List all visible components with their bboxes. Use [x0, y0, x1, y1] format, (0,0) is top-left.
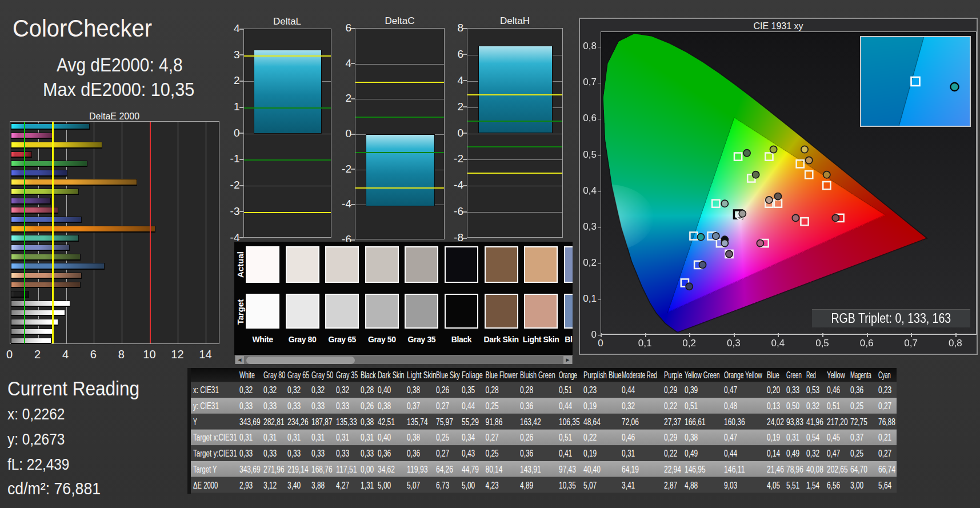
svg-text:146,11: 146,11: [724, 464, 745, 475]
svg-text:0,27: 0,27: [436, 401, 449, 411]
svg-text:Purple: Purple: [664, 370, 682, 380]
svg-text:Bluish Green: Bluish Green: [520, 370, 555, 380]
svg-text:135,33: 135,33: [336, 417, 357, 427]
svg-text:Gray 50: Gray 50: [311, 370, 333, 380]
svg-text:0,38: 0,38: [407, 432, 420, 443]
svg-text:0,23: 0,23: [878, 385, 891, 395]
svg-text:343,69: 343,69: [239, 464, 261, 475]
svg-text:0,22: 0,22: [583, 432, 597, 443]
svg-text:64,26: 64,26: [436, 464, 453, 475]
svg-text:White: White: [239, 370, 255, 380]
svg-text:0,46: 0,46: [622, 432, 635, 443]
svg-text:41,96: 41,96: [806, 417, 823, 427]
svg-text:0,54: 0,54: [806, 432, 819, 443]
svg-text:0,25: 0,25: [850, 448, 863, 459]
svg-text:1,31: 1,31: [361, 480, 374, 491]
svg-text:0,51: 0,51: [559, 432, 572, 443]
svg-text:Gray 35: Gray 35: [336, 370, 358, 380]
svg-text:Target y:CIE31: Target y:CIE31: [193, 448, 237, 459]
svg-text:166,61: 166,61: [685, 417, 706, 427]
svg-text:Yellow: Yellow: [827, 370, 845, 380]
svg-text:0,20: 0,20: [767, 385, 780, 395]
svg-text:0,31: 0,31: [786, 432, 799, 443]
svg-text:0,33: 0,33: [239, 401, 253, 411]
svg-text:0,36: 0,36: [850, 385, 863, 395]
svg-text:Orange Yellow: Orange Yellow: [724, 370, 762, 380]
svg-text:0,23: 0,23: [583, 385, 597, 395]
svg-text:3,88: 3,88: [311, 480, 325, 491]
svg-text:Orange: Orange: [559, 370, 577, 380]
svg-text:0,44: 0,44: [622, 385, 635, 395]
svg-text:0,27: 0,27: [436, 448, 449, 459]
svg-text:6,73: 6,73: [436, 480, 449, 491]
svg-text:Blue Sky: Blue Sky: [436, 370, 460, 380]
svg-text:0,27: 0,27: [486, 432, 499, 443]
svg-text:117,51: 117,51: [336, 464, 357, 475]
svg-text:0,44: 0,44: [559, 401, 572, 411]
svg-text:0,44: 0,44: [462, 401, 475, 411]
svg-text:0,26: 0,26: [436, 385, 449, 395]
svg-text:2,93: 2,93: [239, 480, 253, 491]
svg-text:4,88: 4,88: [685, 480, 698, 491]
svg-text:55,29: 55,29: [462, 417, 479, 427]
svg-text:3,00: 3,00: [850, 480, 863, 491]
svg-text:64,19: 64,19: [622, 464, 639, 475]
svg-text:0,51: 0,51: [827, 401, 840, 411]
svg-text:146,95: 146,95: [685, 464, 706, 475]
svg-text:0,31: 0,31: [311, 432, 325, 443]
svg-text:5,64: 5,64: [878, 480, 891, 491]
svg-text:Red: Red: [806, 370, 816, 380]
svg-text:0,19: 0,19: [767, 432, 780, 443]
svg-text:Black: Black: [361, 370, 376, 380]
svg-text:Green: Green: [786, 370, 802, 380]
svg-text:0,28: 0,28: [361, 385, 374, 395]
svg-text:0,25: 0,25: [486, 401, 499, 411]
svg-text:0,32: 0,32: [263, 385, 277, 395]
svg-text:0,31: 0,31: [336, 432, 349, 443]
svg-text:5,00: 5,00: [378, 480, 391, 491]
svg-text:0,41: 0,41: [559, 448, 572, 459]
svg-text:0,40: 0,40: [378, 432, 391, 443]
svg-text:34,62: 34,62: [378, 464, 395, 475]
svg-text:0,28: 0,28: [486, 385, 499, 395]
svg-text:44,79: 44,79: [462, 464, 479, 475]
svg-text:0,33: 0,33: [336, 448, 349, 459]
svg-text:119,93: 119,93: [407, 464, 428, 475]
svg-text:10,35: 10,35: [559, 480, 576, 491]
svg-text:21,46: 21,46: [767, 464, 784, 475]
svg-text:Blue Flower: Blue Flower: [486, 370, 518, 380]
svg-text:Moderate Red: Moderate Red: [622, 370, 657, 380]
svg-text:0,47: 0,47: [724, 432, 737, 443]
svg-text:0,38: 0,38: [407, 385, 420, 395]
svg-text:0,32: 0,32: [287, 385, 301, 395]
svg-text:163,42: 163,42: [520, 417, 541, 427]
svg-text:187,87: 187,87: [311, 417, 333, 427]
svg-text:0,49: 0,49: [786, 448, 799, 459]
svg-text:42,51: 42,51: [378, 417, 395, 427]
svg-text:91,86: 91,86: [486, 417, 503, 427]
svg-text:0,31: 0,31: [361, 432, 374, 443]
svg-text:0,26: 0,26: [520, 432, 533, 443]
svg-text:217,20: 217,20: [827, 417, 848, 427]
svg-text:0,53: 0,53: [806, 385, 819, 395]
svg-text:0,21: 0,21: [878, 432, 891, 443]
svg-text:4,27: 4,27: [336, 480, 349, 491]
svg-text:234,26: 234,26: [287, 417, 309, 427]
svg-text:40,08: 40,08: [806, 464, 823, 475]
svg-text:0,19: 0,19: [583, 401, 597, 411]
svg-text:0,33: 0,33: [263, 401, 277, 411]
svg-text:143,91: 143,91: [520, 464, 541, 475]
svg-text:Blue: Blue: [767, 370, 779, 380]
svg-text:0,29: 0,29: [664, 385, 677, 395]
svg-text:y: CIE31: y: CIE31: [193, 401, 219, 411]
svg-text:0,32: 0,32: [806, 448, 819, 459]
svg-text:0,50: 0,50: [786, 401, 799, 411]
svg-text:0,39: 0,39: [685, 385, 698, 395]
svg-text:22,94: 22,94: [664, 464, 681, 475]
svg-text:0,25: 0,25: [850, 401, 863, 411]
svg-text:160,36: 160,36: [724, 417, 745, 427]
svg-text:0,28: 0,28: [520, 385, 533, 395]
svg-text:0,32: 0,32: [239, 385, 253, 395]
svg-text:271,96: 271,96: [263, 464, 285, 475]
svg-text:0,25: 0,25: [436, 432, 449, 443]
